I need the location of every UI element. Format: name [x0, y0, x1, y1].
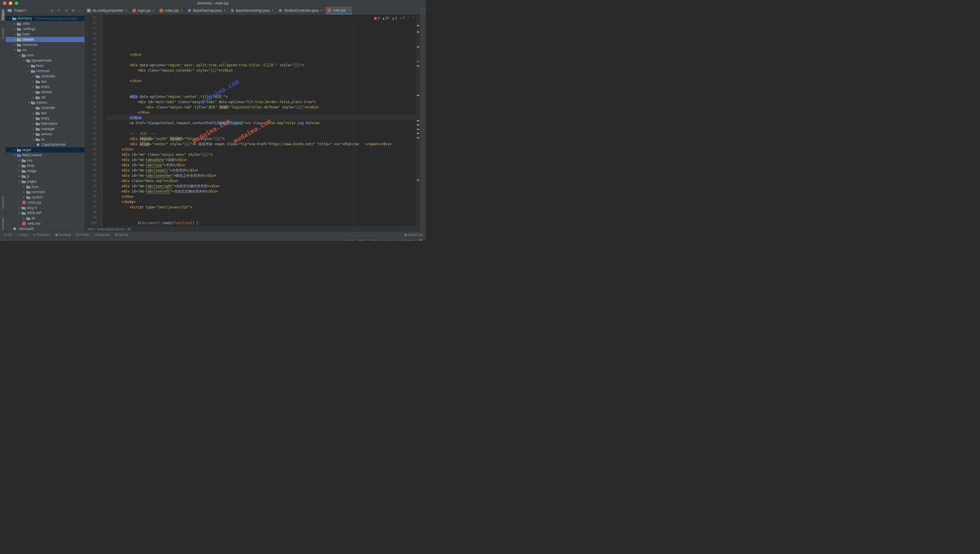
code-line[interactable]: <div id="mm-tabcloseother">除此之外全部关闭</div… [105, 173, 416, 178]
code-line[interactable]: <div align="center" style="...">© 版权所有 <… [105, 142, 416, 147]
tree-row[interactable]: ▸image [6, 168, 85, 174]
structure-tool-button[interactable]: Structure [1, 194, 5, 210]
tree-row[interactable]: .classpath [6, 226, 85, 231]
tree-row[interactable]: ▸service [6, 89, 85, 95]
tree-row[interactable]: ▸entity [6, 116, 85, 121]
editor-tab[interactable]: StudentController.java✕ [276, 6, 325, 14]
indent-settings[interactable]: 4 spaces [383, 239, 396, 241]
code-line[interactable]: <a href="${pageContext.request.contextPa… [105, 120, 416, 126]
code-line[interactable]: <div id="main-tabs" class="easyui-tabs" … [105, 99, 416, 105]
error-stripe[interactable] [416, 14, 420, 226]
project-tool-button[interactable]: Project [1, 9, 5, 21]
code-line[interactable]: <script type="text/javascript"> [105, 205, 416, 210]
tree-row[interactable]: ▸controller [6, 74, 85, 79]
breadcrumb-item[interactable]: div [127, 227, 131, 231]
tree-row[interactable]: ▸build [6, 32, 85, 37]
code-line[interactable] [105, 89, 416, 94]
lock-icon[interactable]: 🔓 [419, 239, 423, 241]
tree-row[interactable]: ▸entity [6, 84, 85, 89]
editor-tab[interactable]: main.jsp✕ [325, 6, 353, 14]
event-log-button[interactable]: ◉ Event Log [404, 233, 423, 237]
code-line[interactable] [105, 215, 416, 220]
code-line[interactable]: </div> [105, 78, 416, 84]
tree-row[interactable]: ▸target [6, 147, 85, 153]
code-line[interactable] [105, 57, 416, 62]
terminal-tool-button[interactable]: ▣ Terminal [55, 233, 71, 237]
code-line[interactable]: <div class="menu-sep"></div> [105, 178, 416, 183]
tree-row[interactable]: ▸classes [6, 37, 85, 42]
prev-highlight-icon[interactable]: ˄ [407, 16, 409, 21]
close-tab-icon[interactable]: ✕ [180, 9, 183, 12]
profiler-tool-button[interactable]: ◔ Profiler [75, 233, 89, 237]
commit-tool-button[interactable]: Commit [1, 27, 5, 40]
inspection-widget[interactable]: 3 ▲37 ▲3 ✔7 ˄ ˅ [374, 16, 414, 21]
notifications-icon[interactable] [421, 9, 425, 13]
tree-row[interactable]: ▸controller [6, 105, 85, 110]
code-line[interactable]: $(document).ready(function() { [105, 220, 416, 226]
tree-row[interactable]: ▸dao [6, 79, 85, 84]
breadcrumb[interactable]: html› body.easyui-layout› div [85, 226, 420, 231]
project-tree[interactable]: ▾dormitory~/Downloads/mudaimaProject/▸.i… [6, 14, 85, 231]
code-line[interactable]: </div> [105, 115, 416, 120]
zoom-window-icon[interactable] [14, 2, 18, 5]
code-line[interactable]: <!-- 底部 --> [105, 131, 416, 136]
code-line[interactable] [105, 126, 416, 131]
tree-row[interactable]: ▸plug-in [6, 205, 85, 210]
editor-tab[interactable]: BaseDaoImpl.java✕ [185, 6, 228, 14]
code-line[interactable]: <div region="south" border="false" style… [105, 136, 416, 142]
line-separator[interactable]: CRLF [357, 239, 366, 241]
tree-row[interactable]: ▾vo [6, 137, 85, 142]
editor-tab[interactable]: db-config.properties✕ [85, 6, 130, 14]
code-line[interactable]: <div id="mm-tabcloseright">当前页右侧全部关闭</di… [105, 183, 416, 189]
close-tab-icon[interactable]: ✕ [125, 9, 128, 12]
status-icon[interactable]: ▢ [3, 239, 6, 241]
tree-row[interactable]: ▾pages [6, 179, 85, 184]
file-encoding[interactable]: UTF-8 [370, 239, 379, 241]
close-tab-icon[interactable]: ✕ [271, 9, 274, 12]
tree-row[interactable]: ▸dao [6, 110, 85, 116]
tree-row[interactable]: web.xml [6, 221, 85, 226]
tree-row[interactable]: ▸resources [6, 42, 85, 47]
editor-tab[interactable]: login.jsp✕ [130, 6, 157, 14]
tree-row[interactable]: ▸interceptor [6, 121, 85, 126]
code-line[interactable] [105, 73, 416, 78]
tree-row[interactable]: ▾common [6, 68, 85, 74]
breadcrumb-item[interactable]: body.easyui-layout [97, 227, 124, 231]
tree-row[interactable]: ▸css [6, 158, 85, 163]
endpoints-tool-button[interactable]: ⟟ Endpoints [94, 233, 110, 237]
spring-tool-button[interactable]: ❀ Spring [115, 233, 128, 237]
tree-row[interactable]: ▾com [6, 53, 85, 58]
code-line[interactable]: <div id="mm-tabupdate">刷新</div> [105, 157, 416, 162]
code-line[interactable]: </div> [105, 194, 416, 199]
tree-row[interactable]: ▸system [6, 194, 85, 200]
tree-row[interactable]: ▸lib [6, 216, 85, 221]
code-line[interactable]: <div id="mm-tabclose">关闭</div> [105, 162, 416, 168]
tree-row[interactable]: ▾WEB-INF [6, 210, 85, 216]
close-tab-icon[interactable]: ✕ [348, 8, 350, 12]
code-line[interactable] [105, 84, 416, 89]
tree-row[interactable]: index.jsp [6, 200, 85, 205]
sidebar-title[interactable]: Project ▾ [8, 8, 27, 13]
tree-row[interactable]: ▸fonts [6, 163, 85, 168]
code-line[interactable] [105, 210, 416, 215]
git-tool-button[interactable]: ⎇ Git [3, 233, 12, 237]
tree-row[interactable]: ▸manager [6, 126, 85, 132]
tree-row[interactable]: ▸.idea [6, 21, 85, 26]
code-line[interactable]: <div data-options="region:'center',title… [105, 94, 416, 99]
tree-row[interactable]: ▾dormitory~/Downloads/mudaimaProject/ [6, 16, 85, 21]
breadcrumb-item[interactable]: html [88, 227, 94, 231]
tree-row[interactable]: ▸util [6, 95, 85, 100]
cursor-position[interactable]: 74:11 [345, 239, 353, 241]
next-highlight-icon[interactable]: ˅ [412, 16, 414, 21]
tree-row[interactable]: ▾system [6, 100, 85, 105]
close-tab-icon[interactable]: ✕ [320, 9, 322, 12]
close-window-icon[interactable] [3, 2, 6, 5]
expand-all-icon[interactable]: ⇱ [56, 8, 62, 13]
code-line[interactable]: </div> [105, 110, 416, 115]
settings-icon[interactable]: ⚙ [70, 8, 76, 13]
tree-row[interactable]: ▾bjpowernode [6, 58, 85, 63]
fold-gutter[interactable] [99, 14, 102, 226]
select-opened-icon[interactable]: ◎ [49, 8, 55, 13]
close-tab-icon[interactable]: ✕ [152, 9, 155, 12]
favorites-tool-button[interactable]: Favorites [1, 216, 5, 231]
